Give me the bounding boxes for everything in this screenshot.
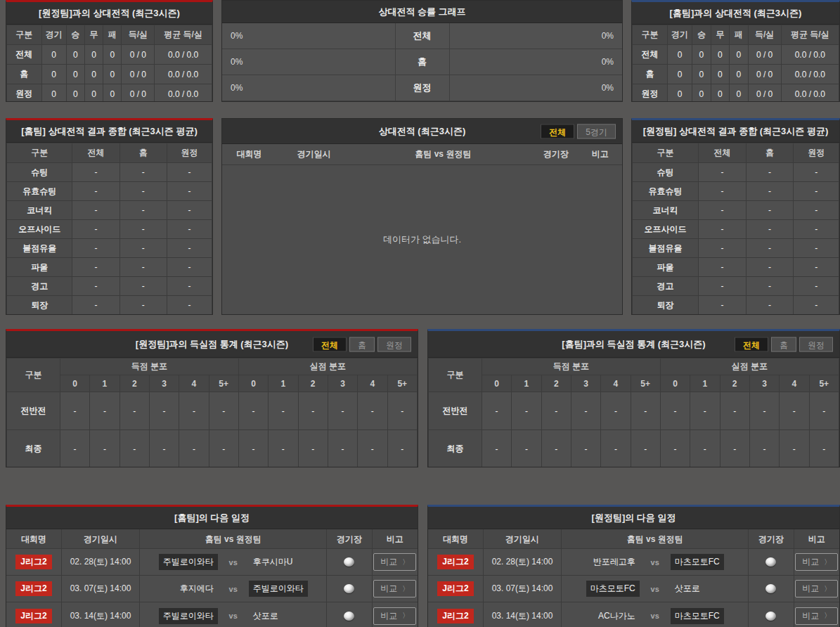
row-label: 홈 xyxy=(633,65,668,84)
h2h-list-tabs: 전체5경기 xyxy=(538,124,616,138)
stat-cell: 0 xyxy=(41,65,66,84)
table-row: 원정00000 / 00.0 / 0.0 xyxy=(633,84,839,103)
away-team-name: 후쿠시마U xyxy=(249,554,297,570)
tab-all[interactable]: 전체 xyxy=(313,337,347,351)
stat-cell: 0 xyxy=(84,84,103,103)
away-bar-area: 0% xyxy=(450,23,623,49)
panel-title: [홈팀] 상대전적 결과 종합 (최근3시즌 평균) xyxy=(6,120,212,143)
stat-cell: 0 / 0 xyxy=(748,65,781,84)
stat-cell: 0 xyxy=(667,84,692,103)
score-column-header: 4 xyxy=(780,375,809,392)
compare-button[interactable]: 비교〉 xyxy=(795,607,838,625)
stat-cell: - xyxy=(72,220,119,239)
away-team: 마츠모토FC xyxy=(671,608,746,624)
column-header: 비고 xyxy=(373,529,418,548)
note-cell: 비교〉 xyxy=(373,602,418,627)
match-datetime: 02. 28(토) 14:00 xyxy=(484,549,562,575)
compare-button[interactable]: 비교〉 xyxy=(795,580,838,597)
stat-cell: - xyxy=(794,220,839,239)
stat-cell: - xyxy=(746,163,794,182)
row-label: 유효슈팅 xyxy=(633,182,699,201)
stat-cell: 0 xyxy=(692,65,711,84)
stat-cell: 0.0 / 0.0 xyxy=(155,65,212,84)
vs-label: vs xyxy=(640,585,671,593)
score-column-header: 5+ xyxy=(209,375,238,392)
chevron-right-icon: 〉 xyxy=(402,612,409,619)
home-bar-area: 0% xyxy=(222,23,395,49)
panel-goals-stats-away: [원정팀]과의 득실점 통계 (최근3시즌) 전체홈원정 구분 득점 분포 실점… xyxy=(6,329,418,467)
league-badge: J리그2 xyxy=(437,609,473,623)
venue-cell xyxy=(327,602,372,627)
goals-cell: - xyxy=(720,430,749,468)
row-label: 유효슈팅 xyxy=(7,182,72,201)
column-header: 원정 xyxy=(167,143,212,163)
column-header: 평균 득/실 xyxy=(781,25,839,45)
stat-cell: - xyxy=(167,182,212,201)
column-header: 경기장 xyxy=(327,529,372,548)
tab-home[interactable]: 홈 xyxy=(349,337,375,351)
stat-cell: 0 xyxy=(667,65,692,84)
table-row: 원정00000 / 00.0 / 0.0 xyxy=(7,84,212,103)
column-header: 구분 xyxy=(7,25,42,45)
compare-button[interactable]: 비교〉 xyxy=(373,580,416,597)
table-row: 슈팅--- xyxy=(7,163,212,182)
goals-cell: - xyxy=(541,392,571,430)
chevron-right-icon: 〉 xyxy=(824,586,831,593)
soccer-ball-icon[interactable] xyxy=(344,557,354,567)
away-team-name: 삿포로 xyxy=(671,581,704,597)
score-column-header: 4 xyxy=(179,375,209,392)
compare-button[interactable]: 비교〉 xyxy=(373,553,416,571)
goals-cell: - xyxy=(358,430,387,468)
tab-all[interactable]: 전체 xyxy=(541,124,574,138)
away-bar-area: 0% xyxy=(450,49,623,75)
league-badge: J리그2 xyxy=(437,555,473,569)
panel-title: [원정팀]과의 득실점 통계 (최근3시즌) xyxy=(136,339,288,349)
away-team: 마츠모토FC xyxy=(671,554,746,570)
column-header: 경기일시 xyxy=(276,148,352,160)
row-label: 홈 xyxy=(7,65,42,84)
tab-all[interactable]: 전체 xyxy=(735,337,768,351)
tab-away[interactable]: 원정 xyxy=(799,337,833,351)
soccer-ball-icon[interactable] xyxy=(765,612,776,621)
goals-cell: - xyxy=(238,430,268,468)
goals-cell: - xyxy=(571,430,600,468)
stat-cell: - xyxy=(167,239,212,258)
stat-cell: - xyxy=(72,239,119,258)
column-header: 비고 xyxy=(794,529,839,548)
compare-button[interactable]: 비교〉 xyxy=(373,607,416,625)
table-row: 슈팅--- xyxy=(633,163,839,182)
row-label: 경고 xyxy=(7,277,72,296)
league-badge: J리그2 xyxy=(15,609,51,623)
soccer-ball-icon[interactable] xyxy=(344,612,354,621)
away-team: 삿포로 xyxy=(671,581,746,597)
home-team-name: 후지에다 xyxy=(176,581,218,597)
stat-cell: - xyxy=(119,182,167,201)
tab-home[interactable]: 홈 xyxy=(771,337,796,351)
score-column-header: 0 xyxy=(660,375,690,392)
table-row: 유효슈팅--- xyxy=(7,182,212,201)
tab-away[interactable]: 원정 xyxy=(377,337,411,351)
stat-cell: - xyxy=(746,220,794,239)
panel-schedule-away: [원정팀]의 다음 일정 대회명경기일시홈팀 vs 원정팀경기장비고 J리그20… xyxy=(427,505,840,627)
goals-cell: - xyxy=(780,392,809,430)
goals-cell: - xyxy=(269,392,298,430)
stat-cell: 0 xyxy=(66,84,84,103)
stat-cell: - xyxy=(72,277,119,296)
soccer-ball-icon[interactable] xyxy=(765,584,776,593)
conceded-group-header: 실점 분포 xyxy=(660,358,839,375)
goals-cell: - xyxy=(358,392,387,430)
scored-group-header: 득점 분포 xyxy=(482,358,660,375)
goals-cell: - xyxy=(209,430,238,468)
score-column-header: 2 xyxy=(720,375,749,392)
column-header: 비고 xyxy=(578,148,622,160)
tab-5games[interactable]: 5경기 xyxy=(577,124,616,138)
compare-button[interactable]: 비교〉 xyxy=(795,553,838,571)
goals-cell: - xyxy=(149,392,179,430)
panel-h2h-vs-away: [원정팀]과의 상대전적 (최근3시즌) 구분경기승무패득/실평균 득/실 전체… xyxy=(6,0,213,102)
column-header: 무 xyxy=(84,25,103,45)
score-column-header: 5+ xyxy=(809,375,839,392)
soccer-ball-icon[interactable] xyxy=(765,557,776,567)
row-label: 파울 xyxy=(7,258,72,277)
soccer-ball-icon[interactable] xyxy=(344,584,354,593)
goals-cell: - xyxy=(387,392,417,430)
